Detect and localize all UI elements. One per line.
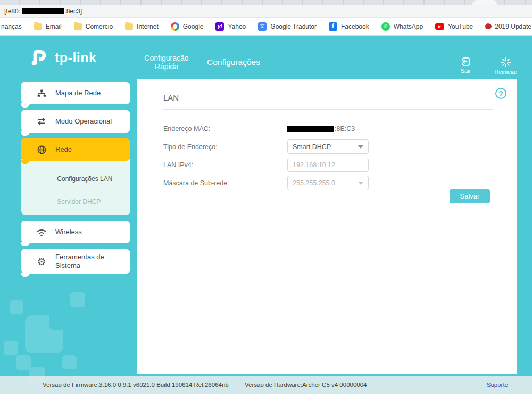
page-footer: Versão de Firmware:3.16.0 0.9.1 v6021.0 … — [0, 376, 532, 394]
logout-button[interactable]: Sair — [461, 57, 471, 75]
sidebar-subitem-lan-settings[interactable]: - Configurações LAN — [53, 175, 130, 183]
yahoo-icon: y! — [215, 22, 224, 31]
wifi-icon — [36, 227, 47, 237]
bookmarks-bar: nanças Email Comercio Internet Google y!… — [0, 18, 532, 36]
bookmark-google[interactable]: Google — [171, 22, 204, 31]
logout-label: Sair — [461, 68, 471, 74]
url-text-suffix: :8ec3] — [64, 7, 82, 15]
help-icon[interactable]: ? — [495, 88, 506, 99]
address-type-label: Tipo de Endereço: — [163, 143, 287, 151]
tp-link-logo: tp-link — [29, 47, 97, 68]
network-map-icon — [36, 88, 47, 98]
sidebar-item-operation-mode[interactable]: Modo Operacional — [21, 110, 130, 133]
youtube-icon: ▶ — [435, 23, 444, 30]
page-title: LAN — [163, 93, 493, 102]
tab-quick-setup[interactable]: Configuração Rápida — [140, 54, 193, 71]
tp-link-logo-icon — [29, 47, 49, 68]
decorative-notch — [49, 315, 63, 330]
browser-tab-strip — [0, 0, 532, 5]
sidebar-subitem-dhcp-server[interactable]: - Servidor DHCP — [53, 198, 130, 205]
decorative-square — [4, 341, 18, 355]
folder-icon — [74, 23, 82, 30]
header-actions: Sair Reiniciar — [461, 57, 517, 75]
mac-address-value: :8E:C3 — [287, 125, 355, 133]
mac-redacted-segment — [287, 126, 334, 132]
sidebar-item-label: Ferramentas de Sistema — [55, 253, 114, 270]
google-icon — [171, 22, 179, 31]
mac-visible-suffix: :8E:C3 — [335, 125, 355, 133]
support-link[interactable]: Suporte — [487, 382, 508, 388]
brand-text: tp-link — [55, 50, 97, 65]
sidebar-item-label: Modo Operacional — [55, 117, 116, 126]
lan-form: Endereço MAC: :8E:C3 Tipo de Endereço: S… — [163, 121, 493, 190]
gear-icon: ⚙ — [36, 256, 47, 267]
subnet-mask-value: 255.255.255.0 — [293, 179, 335, 187]
sidebar-item-label: Rede — [55, 145, 76, 154]
reboot-button[interactable]: Reiniciar — [494, 57, 517, 75]
form-row-mac: Endereço MAC: :8E:C3 — [163, 121, 493, 136]
flame-icon — [484, 22, 493, 31]
folder-icon — [125, 23, 133, 30]
decorative-square — [70, 292, 85, 307]
hardware-version-text: Versão de Hardware:Archer C5 v4 00000004 — [245, 382, 367, 388]
facebook-icon: f — [329, 22, 337, 31]
bookmark-facebook[interactable]: fFacebook — [329, 22, 369, 31]
decorative-square — [10, 300, 23, 314]
address-bar[interactable]: [fe80:::8ec3] — [0, 5, 532, 18]
reboot-label: Reiniciar — [494, 69, 517, 75]
sidebar-item-system-tools[interactable]: ⚙ Ferramentas de Sistema — [21, 249, 130, 274]
chevron-down-icon — [358, 145, 363, 149]
url-text-prefix: [fe80:: — [4, 7, 22, 15]
bookmark-comercio[interactable]: Comercio — [74, 23, 113, 30]
bookmark-yahoo[interactable]: y!Yahoo — [215, 22, 246, 31]
tab-settings[interactable]: Configurações — [207, 57, 260, 67]
save-button[interactable]: Salvar — [450, 189, 490, 203]
form-row-address-type: Tipo de Endereço: Smart DHCP — [163, 139, 493, 154]
subnet-mask-label: Máscara de Sub-rede: — [163, 179, 287, 187]
sidebar: Mapa de Rede Modo Operacional — [21, 82, 130, 279]
lan-ipv4-label: LAN IPv4: — [163, 161, 287, 169]
globe-icon — [36, 144, 47, 155]
whatsapp-icon: ✆ — [381, 22, 390, 31]
form-row-subnet-mask: Máscara de Sub-rede: 255.255.255.0 — [163, 176, 493, 190]
firmware-version-text: Versão de Firmware:3.16.0 0.9.1 v6021.0 … — [43, 382, 229, 388]
address-type-select[interactable]: Smart DHCP — [287, 139, 369, 154]
title-divider — [163, 109, 493, 110]
reboot-icon — [501, 57, 511, 68]
bookmark-google-tradutor[interactable]: 文Google Tradutor — [258, 22, 317, 31]
bookmark-email[interactable]: Email — [34, 23, 62, 30]
bookmark-2019-update[interactable]: 2019 Update on Ha... — [485, 23, 532, 30]
address-type-value: Smart DHCP — [293, 143, 331, 151]
subnet-mask-select[interactable]: 255.255.255.0 — [287, 176, 369, 190]
bookmark-financas[interactable]: nanças — [1, 23, 22, 30]
url-redacted-segment — [22, 8, 64, 14]
decorative-square — [16, 355, 31, 370]
main-content: LAN ? Endereço MAC: :8E:C3 Tipo de Ender… — [137, 79, 517, 374]
sidebar-submenu-network: - Configurações LAN - Servidor DHCP — [21, 159, 130, 215]
form-row-lan-ipv4: LAN IPv4: 192.168.10.12 — [163, 158, 493, 172]
sidebar-item-label: Mapa de Rede — [55, 89, 105, 97]
bookmark-whatsapp[interactable]: ✆WhatsApp — [381, 22, 423, 31]
lan-ipv4-input[interactable]: 192.168.10.12 — [287, 158, 369, 172]
sidebar-item-label: Wireless — [55, 228, 86, 236]
chevron-down-icon — [358, 182, 363, 185]
operation-mode-icon — [36, 116, 47, 127]
sidebar-item-network[interactable]: Rede — [21, 138, 130, 161]
bookmark-youtube[interactable]: ▶YouTube — [435, 23, 473, 30]
mac-address-label: Endereço MAC: — [163, 125, 287, 133]
logout-icon — [461, 57, 471, 67]
top-navigation: Configuração Rápida Configurações — [140, 54, 260, 71]
folder-icon — [34, 23, 42, 30]
lan-ipv4-value: 192.168.10.12 — [293, 161, 335, 169]
bookmark-internet[interactable]: Internet — [125, 23, 159, 30]
browser-active-tab[interactable] — [472, 0, 497, 5]
sidebar-item-network-map[interactable]: Mapa de Rede — [21, 82, 130, 104]
decorative-square — [62, 355, 77, 369]
google-translate-icon: 文 — [258, 22, 267, 31]
sidebar-item-wireless[interactable]: Wireless — [21, 221, 130, 243]
router-admin-page: tp-link Configuração Rápida Configuraçõe… — [0, 36, 532, 394]
